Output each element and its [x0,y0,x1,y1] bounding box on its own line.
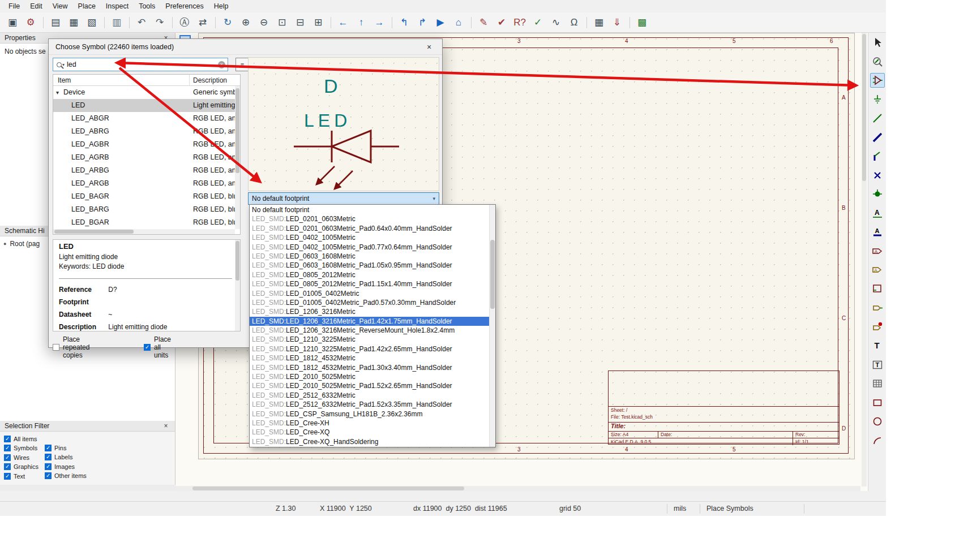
hierarchical-sheet-tool[interactable] [870,282,885,296]
symbol-row[interactable]: LED_ARGB RGB LED, anod [53,177,235,190]
hierarchy-root-item[interactable]: ● Root (pag [3,240,40,248]
footprint-option[interactable]: LED_SMD:LED_2512_6332Metric_Pad1.52x3.35… [250,400,489,409]
column-header-item[interactable]: Item [58,76,71,84]
scrollbar-thumb[interactable] [192,486,464,490]
junction-tool[interactable] [870,187,885,201]
net-label-tool[interactable]: A [870,206,885,221]
menu-inspect[interactable]: Inspect [101,1,134,11]
annotate-symbols-button[interactable]: R? [512,15,528,31]
checkbox[interactable] [144,344,151,351]
simulator-button[interactable]: ∿ [548,15,564,31]
footprint-option[interactable]: LED_SMD:LED_0402_1005Metric [250,233,489,242]
open-pcb-button[interactable]: ▩ [634,15,650,31]
checkbox[interactable] [4,473,11,480]
filter-checkbox-item[interactable]: Pins [45,444,87,451]
checkbox[interactable] [45,445,52,451]
symbol-row[interactable]: LED_BGAR RGB LED, blue/ [53,216,235,229]
footprint-option[interactable]: LED_SMD:LED_0805_2012Metric [250,270,489,279]
place-repeated-copies-option[interactable]: Place repeated copies [53,335,89,359]
leave-sheet-button[interactable]: ⌂ [451,15,466,31]
close-icon[interactable]: × [161,421,170,432]
menu-help[interactable]: Help [209,1,234,11]
import-sheet-pin-tool[interactable] [870,320,885,334]
save-button[interactable]: ▣ [5,15,20,31]
footprint-option[interactable]: LED_SMD:LED_1812_4532Metric [250,354,489,363]
filter-checkbox-item[interactable]: Images [45,463,87,470]
wire-tool[interactable] [870,111,885,126]
scrollbar-thumb[interactable] [235,241,239,281]
dropdown-scrollbar[interactable] [489,205,495,447]
menu-view[interactable]: View [48,1,73,11]
footprint-option[interactable]: LED_SMD:LED_01005_0402Metric [250,289,489,298]
filter-checkbox-item[interactable]: Labels [45,454,87,461]
footprint-option[interactable]: LED_SMD:LED_1206_3216Metric_ReverseMount… [250,326,489,335]
footprint-option[interactable]: LED_SMD:LED_Cree-XH [250,419,489,428]
paste-button[interactable]: ▥ [109,15,125,31]
clear-search-icon[interactable]: × [218,61,225,68]
footprint-option[interactable]: LED_SMD:LED_1812_4532Metric_Pad1.30x3.40… [250,363,489,372]
sheet-pin-tool[interactable] [870,300,885,315]
footprint-option[interactable]: LED_SMD:LED_0402_1005Metric_Pad0.77x0.64… [250,243,489,252]
hierarchy-navigator-button[interactable]: ▶ [432,15,448,31]
checkbox[interactable] [4,454,11,461]
zoom-to-selection-button[interactable]: ⊟ [292,15,308,31]
menu-preferences[interactable]: Preferences [160,1,208,11]
footprint-option[interactable]: LED_SMD:LED_2010_5025Metric_Pad1.52x2.65… [250,381,489,390]
tree-horizontal-scrollbar[interactable] [53,229,235,234]
symbol-fields-table-button[interactable]: ▦ [591,15,607,31]
place-power-tool[interactable] [870,92,885,107]
footprint-option[interactable]: LED_SMD:LED_2512_6332Metric [250,391,489,400]
footprint-option[interactable]: LED_SMD:LED_0603_1608Metric [250,252,489,261]
search-options-button[interactable]: ≡ [235,58,249,71]
page-settings-button[interactable]: ▤ [48,15,63,31]
footprint-option[interactable]: No default footprint [250,205,489,214]
canvas-horizontal-scrollbar[interactable] [175,486,860,491]
net-class-directive-tool[interactable]: A [870,225,885,239]
checkbox[interactable] [4,445,11,451]
footprint-option[interactable]: LED_SMD:LED_1206_3216Metric [250,307,489,316]
schematic-setup-button[interactable]: ⚙ [23,15,38,31]
menu-file[interactable]: File [3,1,25,11]
recall-previous-button[interactable]: ↰ [396,15,412,31]
find-replace-button[interactable]: ⇄ [195,15,211,31]
highlight-net-tool[interactable] [870,54,885,69]
hierarchical-label-tool[interactable]: A [870,262,885,277]
no-connect-tool[interactable] [870,168,885,183]
recall-next-button[interactable]: ↱ [414,15,430,31]
find-button[interactable]: Ⓐ [177,15,192,31]
scrollbar-thumb[interactable] [54,230,134,234]
global-label-tool[interactable]: A [870,244,885,259]
column-header-description[interactable]: Description [193,76,227,84]
scrollbar-thumb[interactable] [490,240,495,309]
erc-checklist-button[interactable]: ✓ [530,15,546,31]
nav-forward-button[interactable]: → [371,15,387,31]
undo-button[interactable]: ↶ [134,15,149,31]
zoom-in-button[interactable]: ⊕ [238,15,254,31]
checkbox[interactable] [4,436,11,442]
symbol-row[interactable]: LED Light emitting d [53,99,235,112]
footprint-option[interactable]: LED_SMD:LED_0201_0603Metric_Pad0.64x0.40… [250,224,489,233]
nav-back-button[interactable]: ← [335,15,351,31]
table-tool[interactable] [870,376,885,391]
menu-tools[interactable]: Tools [134,1,160,11]
circle-tool[interactable] [870,414,885,429]
footprint-option[interactable]: LED_SMD:LED_0201_0603Metric [250,214,489,223]
checkbox[interactable] [4,463,11,470]
tree-expand-icon[interactable]: ▾ [56,86,59,99]
search-input[interactable] [67,61,218,68]
menu-edit[interactable]: Edit [25,1,48,11]
scrollbar-thumb[interactable] [862,34,866,181]
place-all-units-option[interactable]: Place all units [144,335,171,359]
filter-checkbox-item[interactable]: Text [4,472,38,480]
print-button[interactable]: ▦ [66,15,82,31]
menu-place[interactable]: Place [73,1,101,11]
checkbox[interactable] [45,472,52,479]
redo-button[interactable]: ↷ [152,15,168,31]
zoom-out-button[interactable]: ⊖ [256,15,272,31]
symbol-row[interactable]: LED_ARBG RGB LED, anod [53,164,235,177]
zoom-to-objects-button[interactable]: ⊞ [310,15,326,31]
refresh-button[interactable]: ↻ [220,15,235,31]
sim-probe-button[interactable]: Ω [566,15,582,31]
symbol-row[interactable]: LED_AGRB RGB LED, anod [53,151,235,164]
erc-button[interactable]: ✔ [494,15,509,31]
